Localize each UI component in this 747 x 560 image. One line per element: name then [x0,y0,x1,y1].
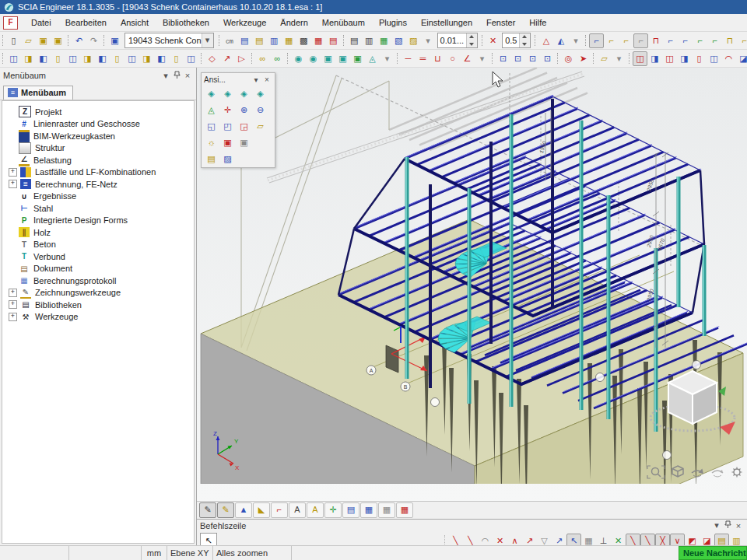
tree-item-verbund[interactable]: Verbund [9,250,194,263]
picture-to-gallery-icon[interactable]: ▣ [236,135,252,150]
scale-member-icon[interactable]: ◫ [662,51,677,66]
open-library-folder-icon[interactable]: ▱ [597,51,612,66]
cursor-step-icon[interactable]: ◭ [553,33,568,48]
rafter-tool-icon[interactable]: ⌐ [619,33,633,48]
menu-fenster[interactable]: Fenster [479,16,522,30]
expand-icon[interactable]: + [9,168,17,177]
status-units[interactable]: mm [142,546,167,560]
angle-spinner[interactable]: 0.5 [502,33,531,48]
angle-draw-icon[interactable]: ∠ [460,51,475,66]
calculator-icon[interactable]: ▦ [377,33,391,48]
mirror-icon[interactable]: ⊡ [540,51,555,66]
view-settings-icon[interactable]: ▦ [378,502,395,518]
panel-close-icon[interactable]: × [182,71,193,80]
menu-datei[interactable]: Datei [24,16,58,30]
snap-scale-icon[interactable]: ✕ [486,33,500,48]
circle-draw-icon[interactable]: ○ [445,51,460,66]
member-tool-icon[interactable]: ◨ [21,51,36,66]
polyline-draw-icon[interactable]: ═ [416,51,430,66]
app-menu-icon[interactable]: F [3,16,18,30]
draw-dropdown-icon[interactable]: ▾ [475,51,489,66]
print-icon[interactable]: ▤ [347,33,362,48]
redo-icon[interactable]: ↷ [86,33,101,48]
slab-icon[interactable]: ◨ [80,51,95,66]
clipping-box-icon[interactable]: ▤ [203,152,219,166]
tree-item-bibliotheken[interactable]: +Bibliotheken [9,299,194,311]
multicopy-icon[interactable]: ⊡ [510,51,525,66]
zoom-all-icon[interactable]: ◰ [219,119,236,134]
modify-member-icon[interactable]: ▷ [234,51,249,66]
cross-section-icon[interactable]: ◧ [36,51,51,66]
fast-adjustment-icon[interactable]: ▦ [360,502,377,518]
zoom-window-icon[interactable]: ◱ [203,119,219,134]
print-dropdown-icon[interactable]: ▾ [421,33,436,48]
open-saved-view-icon[interactable]: ▱ [252,119,268,134]
wall-tool-icon[interactable]: ⌐ [707,33,722,48]
tree-item-beton[interactable]: Beton [9,239,194,251]
send-document-icon[interactable]: ▨ [406,33,421,48]
model-viewport[interactable]: 1950 2950 2950 2950 8670 A [197,68,747,501]
view-x-direction-icon[interactable]: ◈ [203,86,219,101]
move-node-icon[interactable]: ◇ [205,51,219,66]
cursor-scale-spin-buttons[interactable] [466,33,477,47]
command-pin-icon[interactable] [722,520,733,530]
user-blocks-icon[interactable]: ◬ [365,51,380,66]
view-glasses-icon[interactable]: ∞ [255,51,270,66]
node-tool-icon[interactable]: ◫ [6,51,21,66]
units-setup-icon[interactable]: ㎝ [223,33,237,48]
fence-icon[interactable]: ▤ [326,33,341,48]
paste-attributes-icon[interactable]: ▣ [335,51,350,66]
save-picture-icon[interactable]: ▣ [219,135,236,150]
menu-menuebaum[interactable]: Menübaum [315,16,372,30]
target-view-icon[interactable]: ◎ [561,51,576,66]
tendon-icon[interactable]: ▯ [110,51,124,66]
new-messages-badge[interactable]: Neue Nachrichten [679,546,747,560]
project-pages-icon[interactable]: ▤ [237,33,252,48]
gallery-icon[interactable]: ▦ [282,33,296,48]
column-icon[interactable]: ◫ [65,51,80,66]
workspace-layout-icon[interactable]: ▣ [107,33,122,48]
plate-tool-icon[interactable]: ⌐ [693,33,707,48]
library-dropdown-icon[interactable]: ▾ [612,51,626,66]
tree-item-werkzeuge[interactable]: +Werkzeuge [9,311,194,324]
panel-collapse-icon[interactable]: ▾ [160,71,171,81]
copy-icon[interactable]: ⊡ [496,51,510,66]
project-combo-dropdown-icon[interactable]: ▾ [202,33,213,47]
undo-icon[interactable]: ↶ [72,33,86,48]
cursor-scale-spinner[interactable]: 0.01... [437,33,479,48]
palette-close-icon[interactable]: × [261,75,272,84]
show-dot-grid-icon[interactable]: ✛ [324,502,342,518]
tree-item-projekt[interactable]: Projekt [9,106,194,118]
select-members-icon[interactable]: ◉ [291,51,306,66]
hinge-icon[interactable]: ◨ [139,51,154,66]
view-from-ucs-icon[interactable]: ◬ [203,103,219,117]
view-glasses-alt-icon[interactable]: ∞ [270,51,285,66]
view-palette[interactable]: Ansi... ▾ × ◈◈◈◈ ◬✛⊕⊖ ◱◰◲▱ ☼▣▣ ▤▨ [201,72,275,168]
show-gridlines-icon[interactable]: ▤ [342,502,359,518]
menu-ansicht[interactable]: Ansicht [114,16,156,30]
save-icon[interactable]: ▣ [36,33,51,48]
model-3d-view[interactable]: 1950 2950 2950 2950 8670 A [197,68,747,484]
rotate-view-alt-icon[interactable] [712,470,723,477]
palette-collapse-icon[interactable]: ▾ [251,75,261,84]
property-brush-icon[interactable]: ▣ [350,51,365,66]
rotate-member-icon[interactable]: ◨ [647,51,662,66]
view-parameters-icon[interactable]: ▨ [219,152,236,166]
save-all-icon[interactable]: ▣ [51,33,65,48]
tree-item-berechnung[interactable]: +Berechnung, FE-Netz [9,178,194,191]
stretch-member-icon[interactable]: ◨ [677,51,692,66]
zoom-out-icon[interactable]: ⊖ [252,103,268,117]
load-panel-tool-icon[interactable]: ⌐ [737,33,747,48]
panel-pin-icon[interactable] [171,71,182,81]
tree-item-stahl[interactable]: Stahl [9,202,194,215]
menu-werkzeuge[interactable]: Werkzeuge [216,16,273,30]
rib-icon[interactable]: ◧ [95,51,110,66]
show-other-data-icon[interactable]: ⌐ [271,502,288,518]
open-project-icon[interactable]: ▱ [21,33,36,48]
tree-item-zeichnungswerkzeuge[interactable]: +Zeichnungswerkzeuge [9,287,194,299]
paperspace-icon[interactable]: ▦ [311,33,326,48]
tree-item-bim-werkzeugkasten[interactable]: BIM-Werkzeugkasten [9,130,194,142]
tree-item-struktur[interactable]: Struktur [9,142,194,155]
command-close-icon[interactable]: × [733,521,744,530]
frame-tool-icon[interactable]: ⌐ [633,33,648,48]
